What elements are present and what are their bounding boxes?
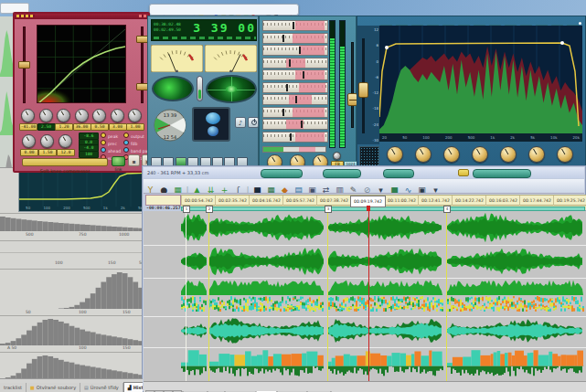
table-icon[interactable]: ▤ xyxy=(292,184,305,194)
timeline-timestamp[interactable]: 00:04:16.742 xyxy=(249,196,283,206)
timeline-timestamp[interactable]: 00:05:57.742 xyxy=(282,196,317,206)
editor-button-2[interactable] xyxy=(323,169,361,178)
panel-tab-histogram[interactable]: ▟Histogram xyxy=(123,382,143,392)
swap-icon[interactable]: ⇄ xyxy=(319,184,333,194)
slider-pointer[interactable] xyxy=(293,22,294,29)
close-icon[interactable] xyxy=(139,15,146,17)
waveform-track-2[interactable] xyxy=(144,246,586,277)
eq-knob[interactable] xyxy=(557,146,573,163)
editor-button-3[interactable] xyxy=(383,169,414,178)
timeline-timestamp[interactable]: 00:19:25.742 xyxy=(553,196,586,206)
eq-knob[interactable] xyxy=(387,146,403,163)
slider-pointer[interactable] xyxy=(286,84,288,91)
radio-option[interactable]: ahead xyxy=(101,147,121,154)
add-icon[interactable]: + xyxy=(218,184,231,194)
band-slider[interactable] xyxy=(262,107,328,118)
compressor-knob[interactable] xyxy=(75,109,89,122)
waveform-track-1[interactable] xyxy=(144,211,586,244)
mini-knob[interactable] xyxy=(333,152,341,160)
timeline-timestamp[interactable]: 00:07:38.742 xyxy=(316,196,351,206)
master-fader-track[interactable] xyxy=(351,42,354,128)
eq-knob[interactable] xyxy=(415,146,432,163)
export-icon[interactable]: ⇊ xyxy=(204,184,218,194)
band-slider[interactable] xyxy=(262,33,328,44)
slider-pointer[interactable] xyxy=(282,109,284,116)
spectrum-analyzer[interactable] xyxy=(379,26,582,133)
timeline-marker[interactable]: 1 xyxy=(183,206,190,213)
signal-icon[interactable]: ∿ xyxy=(401,184,415,194)
display-icon[interactable]: ■ xyxy=(250,184,264,194)
preset-name-bar[interactable]: Soft knee compressor xyxy=(22,158,108,166)
clock-knob[interactable]: 13 3912 54 xyxy=(153,108,187,143)
playhead[interactable] xyxy=(368,211,369,381)
input-slider-handle[interactable] xyxy=(18,61,30,69)
slider-pointer[interactable] xyxy=(301,121,303,128)
paste-icon[interactable]: ▥ xyxy=(333,184,346,194)
timeline-timestamp[interactable]: 00:14:22.742 xyxy=(452,196,486,206)
band-slider[interactable] xyxy=(262,94,328,105)
radio-option[interactable]: peak xyxy=(101,132,121,140)
editor-button-4[interactable] xyxy=(473,169,531,178)
band-slider[interactable] xyxy=(262,69,328,80)
copy-icon[interactable]: ▣ xyxy=(305,184,319,194)
timeline-timestamp[interactable]: 00:00:54.742 xyxy=(181,196,216,206)
track-area[interactable] xyxy=(144,211,586,381)
power-button[interactable] xyxy=(248,117,259,128)
editor-titlebar[interactable]: 240 - 361 RPM + 33,33 cm xyxy=(144,167,584,178)
band-slider[interactable] xyxy=(262,45,328,56)
mute-icon[interactable]: ⊘ xyxy=(360,184,374,194)
compressor-knob[interactable] xyxy=(128,109,142,122)
band-slider[interactable] xyxy=(262,82,328,93)
eq-knob[interactable] xyxy=(443,146,460,163)
timeline-ruler[interactable]: 00:00:54.74200:02:35.74200:04:16.74200:0… xyxy=(181,195,586,206)
compressor-knob[interactable] xyxy=(92,109,106,122)
compressor-knob[interactable] xyxy=(111,109,124,122)
slider-pointer[interactable] xyxy=(295,96,297,103)
editor-button-warn[interactable] xyxy=(458,169,469,176)
panel-tab-tracklist[interactable]: tracklist xyxy=(0,383,27,392)
timeline-timestamp[interactable]: 00:12:41.742 xyxy=(418,196,453,206)
compressor-knob[interactable] xyxy=(21,109,35,122)
waveform-view-icon[interactable]: ▦ xyxy=(264,184,278,194)
block-icon[interactable]: ■ xyxy=(388,184,401,194)
integral-tool-icon[interactable]: ʃ xyxy=(231,184,245,194)
band-slider[interactable] xyxy=(262,58,328,69)
dropdown-caret-icon[interactable]: ▾ xyxy=(429,184,442,194)
compressor-titlebar[interactable] xyxy=(15,14,148,19)
timeline-timestamp[interactable]: 00:11:00.742 xyxy=(384,196,419,206)
timeline-timestamp[interactable]: 00:17:44.742 xyxy=(519,196,554,206)
panel-tab--rovn-t-dy[interactable]: ▤Úrovně třídy xyxy=(80,383,123,392)
panel-icon[interactable]: ▣ xyxy=(415,184,429,194)
compressor-knob[interactable] xyxy=(57,109,70,122)
edit-icon[interactable]: ✎ xyxy=(346,184,360,194)
timeline-timestamp[interactable]: 00:16:03.742 xyxy=(485,196,520,206)
fork-tool-icon[interactable]: Y xyxy=(144,184,157,194)
slider-pointer[interactable] xyxy=(303,71,304,79)
monitor-button[interactable]: ♪ xyxy=(235,117,246,128)
playhead-marker[interactable] xyxy=(367,206,370,211)
radio-option[interactable]: prec xyxy=(101,140,121,147)
eq-fader-handle[interactable] xyxy=(358,82,368,98)
waveform-track-4[interactable] xyxy=(144,317,586,344)
compressor-knob[interactable] xyxy=(22,134,36,148)
timeline-marker[interactable]: 4 xyxy=(443,206,451,213)
timeline-marker[interactable]: 3 xyxy=(325,206,332,213)
eq-knob[interactable] xyxy=(472,146,488,163)
timeline-timestamp[interactable]: 00:02:35.742 xyxy=(215,196,250,206)
marker-icon[interactable]: ◆ xyxy=(278,184,292,194)
band-slider[interactable] xyxy=(262,119,328,130)
band-slider[interactable] xyxy=(262,20,328,31)
eq-knob[interactable] xyxy=(500,146,517,163)
link-button[interactable]: link xyxy=(112,156,125,166)
editor-button-1[interactable] xyxy=(261,169,303,178)
slider-pointer[interactable] xyxy=(290,133,292,141)
dropdown-caret-icon[interactable]: ▾ xyxy=(374,184,388,194)
import-icon[interactable]: ▲ xyxy=(190,184,204,194)
record-icon[interactable]: ● xyxy=(157,184,171,194)
compressor-knob[interactable] xyxy=(39,109,53,122)
level-pill[interactable] xyxy=(197,76,203,101)
eq-knob[interactable] xyxy=(528,146,545,163)
compressor-knob[interactable] xyxy=(40,134,54,148)
panel-tab-otv-ran-soubory[interactable]: ■Otvírané soubory xyxy=(27,383,80,392)
compressor-transfer-graph[interactable] xyxy=(37,25,126,103)
